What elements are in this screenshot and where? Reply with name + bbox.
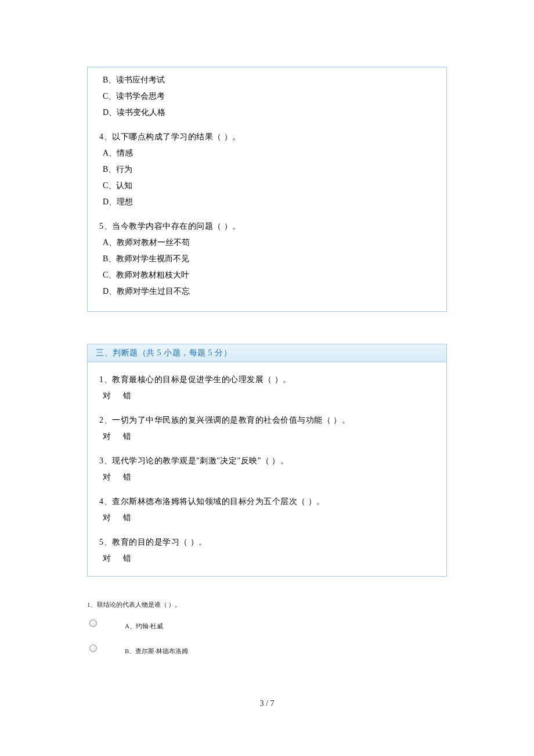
section-3-header: 三、判断题（共 5 小题，每题 5 分） xyxy=(87,344,447,362)
tf-q2-true[interactable]: 对 xyxy=(103,432,111,441)
tf-q1-false[interactable]: 错 xyxy=(123,391,131,400)
bottom-question-block: 1、联结论的代表人物是谁（ ）。 A、约翰·杜威 B、查尔斯·林德布洛姆 xyxy=(87,600,447,656)
radio-icon[interactable] xyxy=(89,645,97,652)
bottom-q1-stem: 1、联结论的代表人物是谁（ ）。 xyxy=(87,600,447,610)
tf-q2-false[interactable]: 错 xyxy=(123,432,131,441)
tf-q2-options: 对 错 xyxy=(99,429,435,445)
multiple-choice-box: B、读书应付考试 C、读书学会思考 D、读书变化人格 4、以下哪点构成了学习的结… xyxy=(87,67,447,312)
bottom-q1-option-b-label: B、查尔斯·林德布洛姆 xyxy=(125,641,188,656)
tf-q1-options: 对 错 xyxy=(99,388,435,404)
tf-q3-options: 对 错 xyxy=(99,469,435,485)
q3-option-b: B、读书应付考试 xyxy=(99,72,435,88)
document-page: B、读书应付考试 C、读书学会思考 D、读书变化人格 4、以下哪点构成了学习的结… xyxy=(0,0,534,743)
tf-q3-stem: 3、现代学习论的教学观是"刺激"决定"反映"（ ）。 xyxy=(99,453,435,469)
q5-option-c: C、教师对教材粗枝大叶 xyxy=(99,267,435,283)
tf-q2-stem: 2、一切为了中华民族的复兴强调的是教育的社会价值与功能（ ）。 xyxy=(99,412,435,429)
tf-q5-options: 对 错 xyxy=(99,550,435,567)
q4-option-b: B、行为 xyxy=(99,161,435,178)
q4-option-a: A、情感 xyxy=(99,145,435,161)
q5-option-b: B、教师对学生视而不见 xyxy=(99,251,435,267)
tf-q1-true[interactable]: 对 xyxy=(103,391,111,400)
bottom-q1-option-a-label: A、约翰·杜威 xyxy=(125,616,163,631)
q3-option-d: D、读书变化人格 xyxy=(99,105,435,121)
tf-q4-options: 对 错 xyxy=(99,510,435,526)
tf-q4-stem: 4、查尔斯林德布洛姆将认知领域的目标分为五个层次（ ）。 xyxy=(99,494,435,510)
tf-q5-true[interactable]: 对 xyxy=(103,554,111,563)
q4-stem: 4、以下哪点构成了学习的结果（ ）。 xyxy=(99,129,435,145)
tf-q3-false[interactable]: 错 xyxy=(123,473,131,481)
tf-q5-stem: 5、教育的目的是学习（ ）。 xyxy=(99,534,435,550)
q4-option-d: D、理想 xyxy=(99,194,435,210)
tf-q5-false[interactable]: 错 xyxy=(123,554,131,563)
tf-q1-stem: 1、教育最核心的目标是促进学生的心理发展（ ）。 xyxy=(99,372,435,388)
true-false-box: 1、教育最核心的目标是促进学生的心理发展（ ）。 对 错 2、一切为了中华民族的… xyxy=(87,362,447,577)
q4-option-c: C、认知 xyxy=(99,178,435,194)
q5-option-d: D、教师对学生过目不忘 xyxy=(99,283,435,300)
page-footer: 3 / 7 xyxy=(87,699,447,708)
q3-option-c: C、读书学会思考 xyxy=(99,88,435,105)
radio-icon[interactable] xyxy=(89,620,97,627)
q5-option-a: A、教师对教材一丝不苟 xyxy=(99,235,435,251)
q5-stem: 5、当今教学内容中存在的问题（ ）。 xyxy=(99,218,435,235)
tf-q3-true[interactable]: 对 xyxy=(103,473,111,481)
tf-q4-false[interactable]: 错 xyxy=(123,513,131,522)
bottom-q1-option-b-row[interactable]: B、查尔斯·林德布洛姆 xyxy=(87,641,447,656)
tf-q4-true[interactable]: 对 xyxy=(103,513,111,522)
bottom-q1-option-a-row[interactable]: A、约翰·杜威 xyxy=(87,616,447,631)
